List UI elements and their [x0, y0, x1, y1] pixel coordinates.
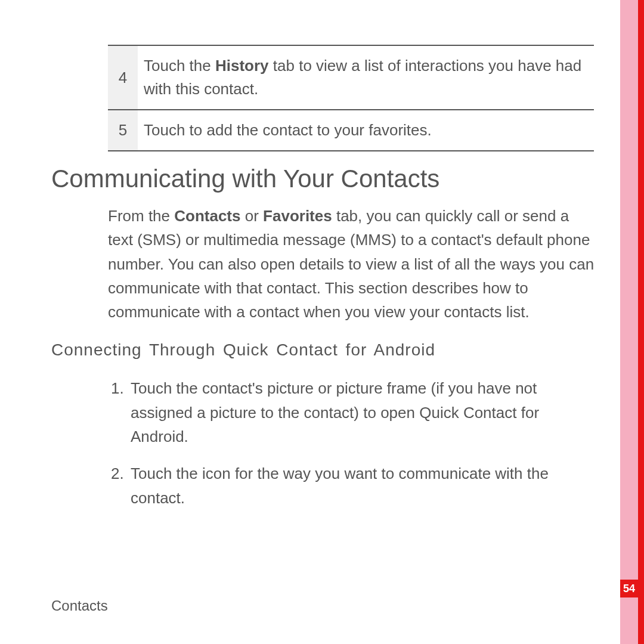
text-fragment: From the: [108, 207, 174, 225]
list-item: Touch the contact's picture or picture f…: [128, 376, 597, 448]
table-row: 5 Touch to add the contact to your favor…: [108, 110, 594, 151]
bold-term: History: [215, 57, 269, 75]
steps-table: 4 Touch the History tab to view a list o…: [108, 45, 594, 151]
step-number-cell: 5: [108, 110, 138, 151]
table-row: 4 Touch the History tab to view a list o…: [108, 45, 594, 110]
step-number-cell: 4: [108, 45, 138, 110]
content-area: 4 Touch the History tab to view a list o…: [51, 45, 597, 523]
list-item: Touch the icon for the way you want to c…: [128, 462, 597, 510]
body-paragraph: From the Contacts or Favorites tab, you …: [108, 204, 597, 324]
step-text-cell: Touch the History tab to view a list of …: [138, 45, 594, 110]
sidebar-red: [638, 0, 644, 644]
page-number: 54: [620, 580, 638, 597]
bold-term: Contacts: [174, 207, 240, 225]
footer-section-label: Contacts: [51, 597, 108, 614]
ordered-list: Touch the contact's picture or picture f…: [108, 376, 597, 509]
subsection-heading: Connecting Through Quick Contact for And…: [51, 340, 597, 360]
page: 54 Contacts 4 Touch the History tab to v…: [0, 0, 644, 644]
step-text-cell: Touch to add the contact to your favorit…: [138, 110, 594, 151]
text-fragment: or: [241, 207, 264, 225]
bold-term: Favorites: [263, 207, 332, 225]
text-fragment: Touch the: [144, 57, 215, 75]
sidebar-pink: [620, 0, 638, 644]
section-heading: Communicating with Your Contacts: [51, 165, 597, 193]
